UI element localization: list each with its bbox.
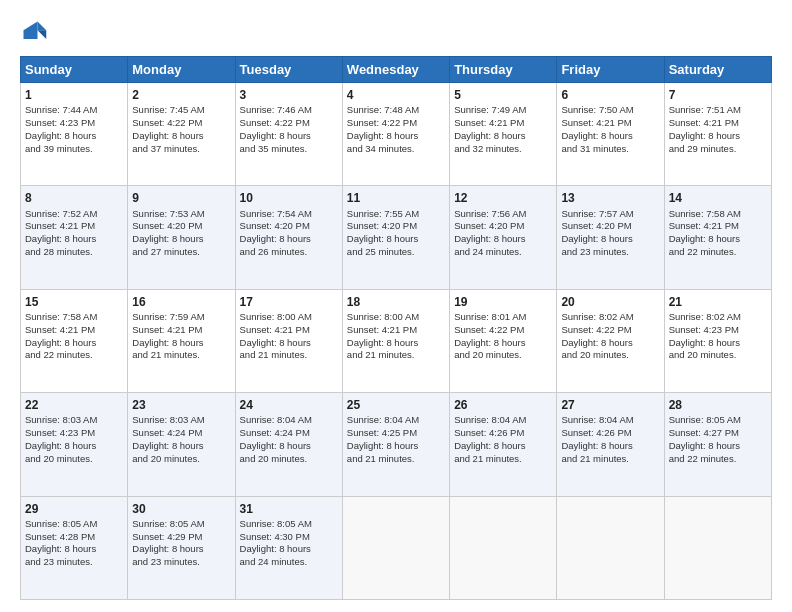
day-header-friday: Friday xyxy=(557,57,664,83)
cell-info-line: Daylight: 8 hours xyxy=(25,440,123,453)
day-number: 10 xyxy=(240,190,338,206)
day-number: 27 xyxy=(561,397,659,413)
cell-info-line: Sunset: 4:26 PM xyxy=(561,427,659,440)
cell-info-line: Sunrise: 7:45 AM xyxy=(132,104,230,117)
cell-info-line: and 26 minutes. xyxy=(240,246,338,259)
calendar-cell: 14Sunrise: 7:58 AMSunset: 4:21 PMDayligh… xyxy=(664,186,771,289)
cell-info-line: Daylight: 8 hours xyxy=(561,440,659,453)
day-number: 15 xyxy=(25,294,123,310)
cell-info-line: Daylight: 8 hours xyxy=(25,130,123,143)
cell-info-line: Sunrise: 7:58 AM xyxy=(669,208,767,221)
cell-info-line: and 20 minutes. xyxy=(240,453,338,466)
calendar-cell: 8Sunrise: 7:52 AMSunset: 4:21 PMDaylight… xyxy=(21,186,128,289)
cell-info-line: Sunrise: 7:56 AM xyxy=(454,208,552,221)
cell-info-line: Daylight: 8 hours xyxy=(669,440,767,453)
cell-info-line: Sunset: 4:23 PM xyxy=(25,427,123,440)
cell-info-line: and 21 minutes. xyxy=(132,349,230,362)
cell-info-line: Daylight: 8 hours xyxy=(454,130,552,143)
cell-info-line: Sunset: 4:21 PM xyxy=(454,117,552,130)
cell-info-line: Sunset: 4:20 PM xyxy=(454,220,552,233)
cell-info-line: and 23 minutes. xyxy=(132,556,230,569)
cell-info-line: Sunrise: 7:58 AM xyxy=(25,311,123,324)
calendar-cell: 5Sunrise: 7:49 AMSunset: 4:21 PMDaylight… xyxy=(450,83,557,186)
cell-info-line: Sunset: 4:27 PM xyxy=(669,427,767,440)
svg-marker-2 xyxy=(24,22,38,40)
cell-info-line: Daylight: 8 hours xyxy=(669,337,767,350)
cell-info-line: Daylight: 8 hours xyxy=(240,543,338,556)
calendar-week-4: 22Sunrise: 8:03 AMSunset: 4:23 PMDayligh… xyxy=(21,393,772,496)
calendar-cell: 3Sunrise: 7:46 AMSunset: 4:22 PMDaylight… xyxy=(235,83,342,186)
cell-info-line: Sunset: 4:26 PM xyxy=(454,427,552,440)
calendar-week-2: 8Sunrise: 7:52 AMSunset: 4:21 PMDaylight… xyxy=(21,186,772,289)
cell-info-line: Sunset: 4:21 PM xyxy=(25,324,123,337)
calendar-cell: 13Sunrise: 7:57 AMSunset: 4:20 PMDayligh… xyxy=(557,186,664,289)
cell-info-line: Sunrise: 8:02 AM xyxy=(561,311,659,324)
cell-info-line: Sunrise: 7:44 AM xyxy=(25,104,123,117)
cell-info-line: Daylight: 8 hours xyxy=(25,337,123,350)
cell-info-line: Sunrise: 7:52 AM xyxy=(25,208,123,221)
day-number: 22 xyxy=(25,397,123,413)
cell-info-line: Sunset: 4:22 PM xyxy=(347,117,445,130)
cell-info-line: and 31 minutes. xyxy=(561,143,659,156)
cell-info-line: Sunset: 4:22 PM xyxy=(240,117,338,130)
cell-info-line: Daylight: 8 hours xyxy=(347,440,445,453)
svg-marker-1 xyxy=(38,30,47,39)
cell-info-line: Sunrise: 8:01 AM xyxy=(454,311,552,324)
cell-info-line: Daylight: 8 hours xyxy=(454,337,552,350)
cell-info-line: Sunrise: 7:55 AM xyxy=(347,208,445,221)
day-number: 8 xyxy=(25,190,123,206)
cell-info-line: Sunset: 4:28 PM xyxy=(25,531,123,544)
cell-info-line: Daylight: 8 hours xyxy=(132,130,230,143)
cell-info-line: and 39 minutes. xyxy=(25,143,123,156)
calendar-cell: 2Sunrise: 7:45 AMSunset: 4:22 PMDaylight… xyxy=(128,83,235,186)
cell-info-line: and 23 minutes. xyxy=(25,556,123,569)
calendar-cell: 1Sunrise: 7:44 AMSunset: 4:23 PMDaylight… xyxy=(21,83,128,186)
calendar-cell: 27Sunrise: 8:04 AMSunset: 4:26 PMDayligh… xyxy=(557,393,664,496)
calendar-cell xyxy=(342,496,449,599)
cell-info-line: Daylight: 8 hours xyxy=(240,440,338,453)
day-number: 13 xyxy=(561,190,659,206)
cell-info-line: Sunrise: 7:54 AM xyxy=(240,208,338,221)
cell-info-line: and 22 minutes. xyxy=(25,349,123,362)
cell-info-line: Sunset: 4:21 PM xyxy=(132,324,230,337)
cell-info-line: Daylight: 8 hours xyxy=(132,440,230,453)
calendar-cell: 15Sunrise: 7:58 AMSunset: 4:21 PMDayligh… xyxy=(21,289,128,392)
calendar-week-3: 15Sunrise: 7:58 AMSunset: 4:21 PMDayligh… xyxy=(21,289,772,392)
cell-info-line: Sunrise: 8:04 AM xyxy=(561,414,659,427)
day-number: 25 xyxy=(347,397,445,413)
calendar-cell: 9Sunrise: 7:53 AMSunset: 4:20 PMDaylight… xyxy=(128,186,235,289)
cell-info-line: Sunrise: 7:46 AM xyxy=(240,104,338,117)
cell-info-line: Daylight: 8 hours xyxy=(132,337,230,350)
day-number: 1 xyxy=(25,87,123,103)
cell-info-line: Sunset: 4:20 PM xyxy=(132,220,230,233)
cell-info-line: and 20 minutes. xyxy=(669,349,767,362)
cell-info-line: and 20 minutes. xyxy=(25,453,123,466)
cell-info-line: and 22 minutes. xyxy=(669,453,767,466)
cell-info-line: Sunset: 4:21 PM xyxy=(669,220,767,233)
cell-info-line: Sunrise: 7:51 AM xyxy=(669,104,767,117)
cell-info-line: Sunrise: 8:00 AM xyxy=(240,311,338,324)
calendar-week-1: 1Sunrise: 7:44 AMSunset: 4:23 PMDaylight… xyxy=(21,83,772,186)
day-number: 26 xyxy=(454,397,552,413)
cell-info-line: Sunset: 4:21 PM xyxy=(347,324,445,337)
calendar-cell xyxy=(664,496,771,599)
cell-info-line: and 24 minutes. xyxy=(240,556,338,569)
cell-info-line: Sunset: 4:25 PM xyxy=(347,427,445,440)
cell-info-line: Sunrise: 7:50 AM xyxy=(561,104,659,117)
cell-info-line: Sunrise: 8:03 AM xyxy=(132,414,230,427)
day-number: 11 xyxy=(347,190,445,206)
cell-info-line: Sunset: 4:21 PM xyxy=(561,117,659,130)
cell-info-line: Sunrise: 8:05 AM xyxy=(25,518,123,531)
day-header-sunday: Sunday xyxy=(21,57,128,83)
calendar-cell: 28Sunrise: 8:05 AMSunset: 4:27 PMDayligh… xyxy=(664,393,771,496)
day-number: 7 xyxy=(669,87,767,103)
cell-info-line: Daylight: 8 hours xyxy=(25,233,123,246)
cell-info-line: and 21 minutes. xyxy=(561,453,659,466)
calendar-week-5: 29Sunrise: 8:05 AMSunset: 4:28 PMDayligh… xyxy=(21,496,772,599)
day-header-saturday: Saturday xyxy=(664,57,771,83)
cell-info-line: and 21 minutes. xyxy=(240,349,338,362)
cell-info-line: Sunset: 4:29 PM xyxy=(132,531,230,544)
cell-info-line: and 34 minutes. xyxy=(347,143,445,156)
calendar-cell: 11Sunrise: 7:55 AMSunset: 4:20 PMDayligh… xyxy=(342,186,449,289)
calendar-cell: 19Sunrise: 8:01 AMSunset: 4:22 PMDayligh… xyxy=(450,289,557,392)
